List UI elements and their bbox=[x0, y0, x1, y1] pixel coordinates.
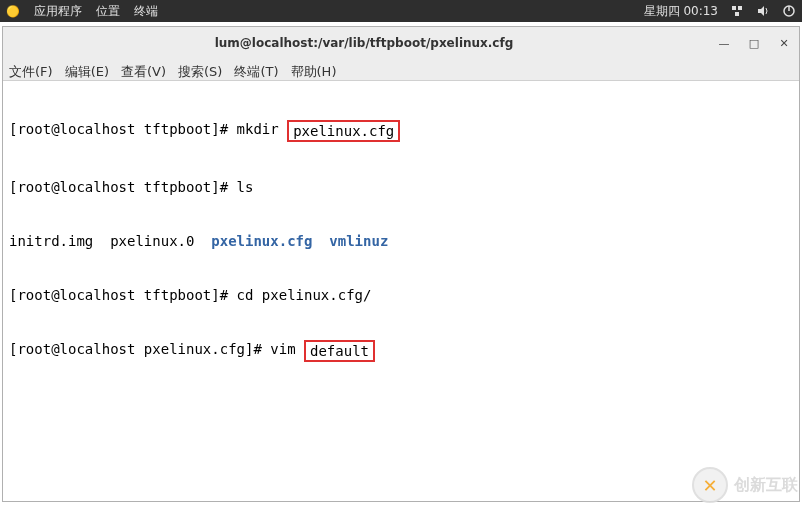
panel-right-items: 星期四 00:13 bbox=[644, 3, 796, 20]
svg-rect-1 bbox=[738, 6, 742, 10]
sound-icon[interactable] bbox=[756, 4, 770, 18]
menu-view[interactable]: 查看(V) bbox=[121, 63, 166, 81]
terminal-line: [root@localhost tftpboot]# mkdir pxelinu… bbox=[9, 120, 793, 142]
terminal-line: [root@localhost tftpboot]# cd pxelinux.c… bbox=[9, 286, 793, 304]
highlighted-vim-arg: default bbox=[304, 340, 375, 362]
menu-edit[interactable]: 编辑(E) bbox=[65, 63, 109, 81]
highlighted-mkdir-arg: pxelinux.cfg bbox=[287, 120, 400, 142]
network-icon[interactable] bbox=[730, 4, 744, 18]
svg-marker-3 bbox=[758, 6, 764, 16]
menu-terminal[interactable]: 终端(T) bbox=[234, 63, 278, 81]
menu-file[interactable]: 文件(F) bbox=[9, 63, 53, 81]
app-launcher-icon[interactable]: 🟡 bbox=[6, 4, 20, 18]
window-controls: — □ ✕ bbox=[717, 36, 791, 50]
menu-search[interactable]: 搜索(S) bbox=[178, 63, 222, 81]
terminal-task[interactable]: 终端 bbox=[134, 3, 158, 20]
window-titlebar[interactable]: lum@localhost:/var/lib/tftpboot/pxelinux… bbox=[3, 27, 799, 59]
ls-output-plain: initrd.img pxelinux.0 bbox=[9, 232, 211, 250]
menu-help[interactable]: 帮助(H) bbox=[291, 63, 337, 81]
terminal-menubar: 文件(F) 编辑(E) 查看(V) 搜索(S) 终端(T) 帮助(H) bbox=[3, 59, 799, 81]
svg-rect-2 bbox=[735, 12, 739, 16]
maximize-button[interactable]: □ bbox=[747, 36, 761, 50]
terminal-output[interactable]: [root@localhost tftpboot]# mkdir pxelinu… bbox=[3, 81, 799, 501]
svg-rect-0 bbox=[732, 6, 736, 10]
prompt-text: [root@localhost tftpboot]# cd pxelinux.c… bbox=[9, 286, 371, 304]
places-menu[interactable]: 位置 bbox=[96, 3, 120, 20]
terminal-window: lum@localhost:/var/lib/tftpboot/pxelinux… bbox=[2, 26, 800, 502]
prompt-text: [root@localhost tftpboot]# mkdir bbox=[9, 120, 287, 142]
watermark-text: 创新互联 bbox=[734, 475, 798, 496]
ls-output-file: vmlinuz bbox=[329, 232, 388, 250]
ls-output-plain bbox=[312, 232, 329, 250]
prompt-text: [root@localhost tftpboot]# ls bbox=[9, 178, 253, 196]
panel-left-items: 🟡 应用程序 位置 终端 bbox=[6, 3, 158, 20]
minimize-button[interactable]: — bbox=[717, 36, 731, 50]
power-icon[interactable] bbox=[782, 4, 796, 18]
prompt-text: [root@localhost pxelinux.cfg]# vim bbox=[9, 340, 304, 362]
terminal-line: [root@localhost tftpboot]# ls bbox=[9, 178, 793, 196]
system-top-panel: 🟡 应用程序 位置 终端 星期四 00:13 bbox=[0, 0, 802, 22]
clock-label[interactable]: 星期四 00:13 bbox=[644, 3, 718, 20]
close-button[interactable]: ✕ bbox=[777, 36, 791, 50]
terminal-line: initrd.img pxelinux.0 pxelinux.cfg vmlin… bbox=[9, 232, 793, 250]
window-title: lum@localhost:/var/lib/tftpboot/pxelinux… bbox=[11, 36, 717, 50]
watermark-icon: ✕ bbox=[692, 467, 728, 503]
applications-menu[interactable]: 应用程序 bbox=[34, 3, 82, 20]
terminal-line: [root@localhost pxelinux.cfg]# vim defau… bbox=[9, 340, 793, 362]
ls-output-dir: pxelinux.cfg bbox=[211, 232, 312, 250]
watermark: ✕ 创新互联 bbox=[692, 467, 798, 503]
